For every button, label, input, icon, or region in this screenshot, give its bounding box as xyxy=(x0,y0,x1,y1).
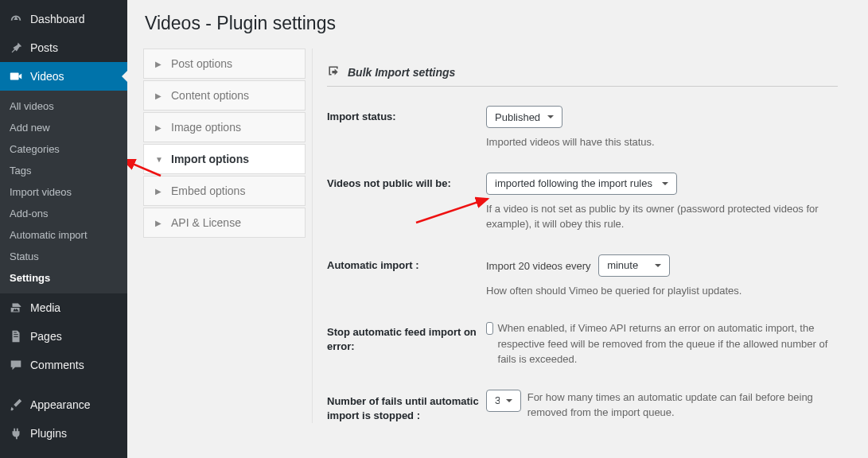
tab-label: Image options xyxy=(171,121,241,134)
field-help: For how many times an automatic update c… xyxy=(527,390,838,421)
menu-comments[interactable]: Comments xyxy=(0,351,127,379)
menu-label: Pages xyxy=(30,330,62,343)
submenu-status[interactable]: Status xyxy=(0,246,127,267)
settings-panel: Bulk Import settings Import status: Publ… xyxy=(312,49,852,423)
import-status-select[interactable]: Published xyxy=(486,106,562,128)
menu-label: Videos xyxy=(30,70,64,83)
auto-import-interval-select[interactable]: minute xyxy=(598,254,670,277)
menu-label: Comments xyxy=(30,359,84,371)
field-label: Videos not public will be: xyxy=(327,173,486,232)
field-label: Automatic import : xyxy=(327,254,486,299)
comment-icon xyxy=(8,357,24,373)
menu-appearance[interactable]: Appearance xyxy=(0,390,127,419)
tab-embed-options[interactable]: ▶ Embed options xyxy=(143,176,306,206)
plug-icon xyxy=(8,425,24,441)
field-automatic-import: Automatic import : Import 20 videos ever… xyxy=(327,254,838,299)
tab-image-options[interactable]: ▶ Image options xyxy=(143,112,306,142)
settings-tabs: ▶ Post options ▶ Content options ▶ Image… xyxy=(143,49,306,423)
field-fail-count: Number of fails until automatic import i… xyxy=(327,390,838,423)
field-label: Import status: xyxy=(327,106,486,150)
caret-right-icon: ▶ xyxy=(155,187,163,196)
caret-down-icon: ▼ xyxy=(155,155,163,164)
tab-label: Embed options xyxy=(171,184,245,197)
main-content: Videos - Plugin settings ▶ Post options … xyxy=(127,0,868,458)
field-not-public: Videos not public will be: imported foll… xyxy=(327,173,838,232)
menu-label: Plugins xyxy=(30,427,67,440)
field-import-status: Import status: Published Imported videos… xyxy=(327,106,838,150)
submenu-categories[interactable]: Categories xyxy=(0,138,127,160)
submenu-add-new[interactable]: Add new xyxy=(0,117,127,138)
menu-label: Media xyxy=(30,301,60,314)
panel-title: Bulk Import settings xyxy=(348,66,455,79)
caret-right-icon: ▶ xyxy=(155,60,163,68)
tab-api-license[interactable]: ▶ API & License xyxy=(143,208,306,238)
field-stop-on-error: Stop automatic feed import on error: Whe… xyxy=(327,320,838,367)
page-title: Videos - Plugin settings xyxy=(145,13,852,34)
tab-label: Import options xyxy=(171,153,249,165)
caret-right-icon: ▶ xyxy=(155,91,163,100)
tab-label: Content options xyxy=(171,89,249,102)
auto-import-prefix: Import 20 videos every xyxy=(486,259,591,271)
submenu-all-videos[interactable]: All videos xyxy=(0,95,127,117)
fail-count-select[interactable]: 3 xyxy=(486,390,521,412)
menu-videos[interactable]: Videos xyxy=(0,62,127,91)
field-label: Number of fails until automatic import i… xyxy=(327,390,486,423)
field-help: How often should Vimeo be queried for pl… xyxy=(486,283,838,299)
submenu-settings[interactable]: Settings xyxy=(0,267,127,289)
import-icon xyxy=(327,64,340,80)
admin-sidebar: Dashboard Posts Videos All videos Add ne… xyxy=(0,0,127,458)
menu-label: Dashboard xyxy=(30,13,85,25)
tab-post-options[interactable]: ▶ Post options xyxy=(143,49,306,79)
menu-dashboard[interactable]: Dashboard xyxy=(0,5,127,33)
media-icon xyxy=(8,300,24,316)
menu-label: Posts xyxy=(30,41,58,54)
tab-label: API & License xyxy=(171,216,241,229)
submenu-tags[interactable]: Tags xyxy=(0,160,127,181)
menu-plugins[interactable]: Plugins xyxy=(0,419,127,448)
submenu-addons[interactable]: Add-ons xyxy=(0,203,127,224)
field-help: Imported videos will have this status. xyxy=(486,134,838,150)
menu-label: Appearance xyxy=(30,398,91,411)
video-icon xyxy=(8,68,24,84)
submenu-import-videos[interactable]: Import videos xyxy=(0,181,127,203)
submenu-automatic-import[interactable]: Automatic import xyxy=(0,224,127,246)
tab-content-options[interactable]: ▶ Content options xyxy=(143,80,306,111)
caret-right-icon: ▶ xyxy=(155,123,163,132)
tab-import-options[interactable]: ▼ Import options xyxy=(143,144,306,174)
caret-right-icon: ▶ xyxy=(155,219,163,227)
dashboard-icon xyxy=(8,11,24,27)
page-icon xyxy=(8,328,24,344)
svg-rect-0 xyxy=(10,73,19,80)
menu-pages[interactable]: Pages xyxy=(0,322,127,351)
brush-icon xyxy=(8,397,24,413)
field-help: If a video is not set as public by its o… xyxy=(486,201,838,232)
field-label: Stop automatic feed import on error: xyxy=(327,320,486,367)
menu-media[interactable]: Media xyxy=(0,293,127,322)
tab-label: Post options xyxy=(171,57,232,70)
submenu-videos: All videos Add new Categories Tags Impor… xyxy=(0,91,127,293)
stop-on-error-checkbox[interactable] xyxy=(486,322,493,335)
menu-posts[interactable]: Posts xyxy=(0,33,127,62)
pin-icon xyxy=(8,40,24,56)
not-public-select[interactable]: imported following the import rules xyxy=(486,173,677,195)
field-help: When enabled, if Vimeo API returns an er… xyxy=(498,320,838,367)
panel-header: Bulk Import settings xyxy=(327,64,838,87)
